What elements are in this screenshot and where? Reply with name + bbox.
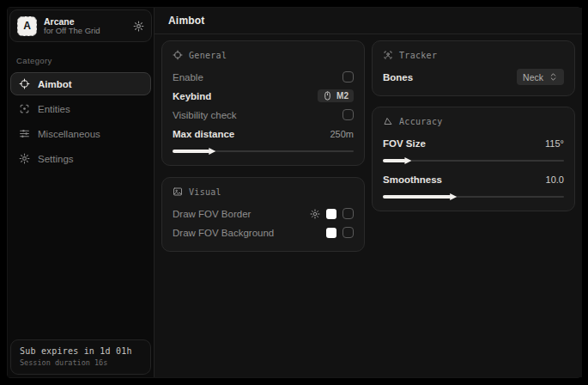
fov-border-checkbox[interactable] [342, 208, 354, 219]
app-logo: A [17, 16, 37, 36]
visual-card: Visual Draw FOV Border [161, 177, 365, 252]
user-scan-icon [383, 50, 393, 60]
sidebar-item-settings[interactable]: Settings [10, 147, 151, 170]
tracker-card-header: Tracker [383, 50, 564, 60]
session-duration-text: Session duration 16s [20, 358, 142, 367]
slider-thumb[interactable] [404, 157, 411, 164]
brand-text: Arcane for Off The Grid [44, 16, 126, 36]
draw-fov-border-label: Draw FOV Border [173, 209, 251, 219]
sidebar-spacer [9, 170, 152, 334]
keybind-label: Keybind [173, 91, 211, 101]
smoothness-slider[interactable] [383, 192, 564, 201]
crosshair-icon [173, 50, 183, 60]
slider-fill [383, 195, 452, 199]
triangle-icon [383, 116, 393, 126]
smoothness-row: Smoothness 10.0 [383, 170, 564, 188]
max-distance-value: 250m [330, 129, 354, 139]
keybind-value: M2 [336, 91, 349, 101]
slider-thumb[interactable] [209, 148, 215, 155]
content-area: General Enable Keybind [155, 34, 582, 377]
fov-border-settings-gear-icon[interactable] [310, 209, 320, 219]
draw-fov-background-label: Draw FOV Background [173, 228, 274, 238]
left-column: General Enable Keybind [161, 40, 365, 252]
keybind-row: Keybind M2 [173, 87, 354, 105]
subscription-status-card: Sub expires in 1d 01h Session duration 1… [10, 339, 151, 375]
gear-icon [19, 153, 30, 164]
category-label: Category [16, 56, 145, 65]
main-panel: Aimbot General [155, 8, 582, 377]
fov-background-color-swatch[interactable] [326, 228, 336, 238]
crosshair-icon [19, 78, 30, 89]
accuracy-card: Accuracy FOV Size 115° Smoothness [372, 107, 575, 211]
scan-icon [19, 103, 30, 114]
max-distance-row: Max distance 250m [173, 125, 354, 143]
page-title: Aimbot [168, 15, 205, 27]
visual-card-header: Visual [173, 186, 354, 197]
main-header: Aimbot [155, 8, 582, 34]
tracker-card-title: Tracker [399, 51, 437, 60]
keybind-badge[interactable]: M2 [318, 89, 354, 102]
max-distance-slider[interactable] [173, 147, 354, 156]
brand-gear-icon[interactable] [133, 21, 144, 32]
general-card: General Enable Keybind [161, 40, 365, 166]
slider-fill [383, 159, 406, 162]
fov-size-label: FOV Size [383, 138, 426, 149]
sidebar: A Arcane for Off The Grid Category [8, 8, 155, 377]
sidebar-item-aimbot[interactable]: Aimbot [10, 72, 151, 95]
slider-thumb[interactable] [450, 193, 457, 200]
sidebar-item-label: Settings [38, 154, 74, 164]
sub-expiry-text: Sub expires in 1d 01h [20, 346, 142, 356]
app-name: Arcane [44, 16, 126, 27]
enable-checkbox[interactable] [342, 71, 354, 82]
fov-size-row: FOV Size 115° [383, 134, 564, 152]
sidebar-item-label: Entities [38, 104, 70, 114]
tracker-card: Tracker Bones Neck [372, 40, 575, 96]
fov-size-value: 115° [545, 138, 564, 149]
fov-border-color-swatch[interactable] [326, 209, 336, 219]
sliders-icon [19, 128, 30, 139]
general-card-header: General [173, 50, 354, 60]
app-window: A Arcane for Off The Grid Category [7, 7, 581, 378]
general-card-title: General [189, 51, 227, 60]
accuracy-card-title: Accuracy [399, 117, 443, 126]
visibility-check-checkbox[interactable] [342, 109, 354, 120]
mouse-icon [323, 91, 332, 101]
draw-fov-background-row: Draw FOV Background [173, 223, 354, 241]
enable-row: Enable [173, 68, 354, 86]
bones-label: Bones [383, 72, 413, 82]
bones-selected-value: Neck [523, 72, 543, 82]
visibility-check-label: Visibility check [173, 110, 237, 120]
right-column: Tracker Bones Neck [372, 40, 575, 211]
sidebar-nav: Aimbot Entities [9, 72, 152, 170]
chevrons-up-down-icon [549, 72, 558, 82]
image-icon [173, 186, 183, 197]
draw-fov-border-controls [310, 208, 354, 219]
enable-label: Enable [173, 72, 203, 82]
accuracy-card-header: Accuracy [383, 116, 564, 126]
sidebar-item-entities[interactable]: Entities [10, 97, 151, 120]
visibility-check-row: Visibility check [173, 106, 354, 124]
bones-dropdown[interactable]: Neck [517, 69, 564, 85]
bones-row: Bones Neck [383, 68, 564, 86]
fov-background-checkbox[interactable] [342, 227, 354, 238]
brand-card: A Arcane for Off The Grid [9, 9, 152, 42]
visual-card-title: Visual [189, 187, 221, 197]
app-subtitle: for Off The Grid [44, 27, 126, 36]
max-distance-label: Max distance [173, 129, 234, 139]
fov-size-slider[interactable] [383, 156, 564, 165]
smoothness-label: Smoothness [383, 174, 442, 185]
slider-fill [173, 150, 210, 153]
smoothness-value: 10.0 [546, 174, 564, 185]
sidebar-item-label: Aimbot [38, 79, 72, 89]
draw-fov-background-controls [326, 227, 354, 238]
sidebar-item-label: Miscellaneous [38, 129, 100, 139]
sidebar-item-miscellaneous[interactable]: Miscellaneous [10, 122, 151, 145]
draw-fov-border-row: Draw FOV Border [173, 205, 354, 223]
app-screen: A Arcane for Off The Grid Category [0, 0, 588, 385]
